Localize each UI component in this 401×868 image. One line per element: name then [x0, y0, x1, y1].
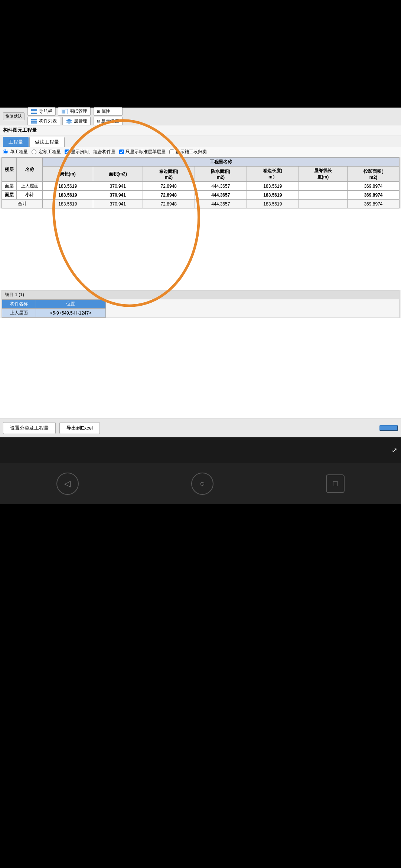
- bottom-toolbar: 设置分类及工程量 导出到Excel: [0, 418, 401, 437]
- toolbar-extra: ⊞ 属性 ⊡ 显示设置: [94, 107, 123, 125]
- col-header-projected: 投影面积(m2): [347, 167, 399, 182]
- detail-row[interactable]: 上人屋面 <5-9+549,5-H-1247>: [2, 309, 106, 318]
- component-list-icon: [31, 118, 38, 124]
- layer-mgmt-label: 层管理: [74, 118, 87, 124]
- drawing-mgmt-label: 图纸管理: [69, 108, 87, 115]
- svg-rect-6: [31, 119, 37, 120]
- col-header-title: 工程里名称: [43, 158, 400, 167]
- component-list-button[interactable]: 构件列表: [27, 117, 60, 125]
- detail-col-position: 位置: [36, 300, 105, 309]
- tab-quantity[interactable]: 工程量: [3, 137, 29, 147]
- cell-ridge-1: [299, 191, 347, 200]
- table-row-subtotal: 面层 小计 183.5619 370.941 72.8948 444.3657 …: [2, 191, 400, 200]
- col-header-perimeter: 周长(m): [43, 167, 93, 182]
- toolbar-left: 恢复默认: [3, 112, 25, 120]
- display-settings-label: 显示设置: [101, 118, 119, 124]
- restore-default-button[interactable]: 恢复默认: [3, 112, 25, 120]
- property-button[interactable]: ⊞ 属性: [94, 107, 123, 116]
- cell-roll-area-1: 72.8948: [143, 191, 195, 200]
- recents-icon: □: [333, 479, 338, 489]
- checkbox-show-room-label: 显示房间、组合构件量: [71, 149, 115, 155]
- cell-area-0: 370.941: [93, 182, 143, 191]
- toolbar-row-top: 导航栏 图纸管理: [27, 107, 91, 116]
- cell-ridge-0: [299, 182, 347, 191]
- cell-layer-0: 面层: [2, 182, 17, 191]
- nav-bar-label: 导航栏: [39, 108, 52, 115]
- blank-area: [0, 208, 401, 290]
- tab-method-quantity[interactable]: 做法工程量: [29, 137, 65, 147]
- main-content: 恢复默认 导航栏 图纸管理: [0, 108, 401, 463]
- property-icon: ⊞: [97, 109, 100, 114]
- toolbar-right: 导航栏 图纸管理 构件列表: [27, 107, 91, 125]
- cell-roll-length-1: 183.5619: [247, 191, 299, 200]
- quantity-table-container: 楼层 名称 工程里名称 周长(m) 面积(m2) 卷边面积(m2) 防水面积(m…: [1, 157, 400, 208]
- video-bar: ⤢: [0, 437, 401, 463]
- expand-icon[interactable]: ⤢: [392, 446, 397, 454]
- cell-area-1: 370.941: [93, 191, 143, 200]
- display-icon: ⊡: [97, 119, 100, 123]
- confirm-button[interactable]: [379, 425, 398, 431]
- table-row: 面层 上人屋面 183.5619 370.941 72.8948 444.365…: [2, 182, 400, 191]
- checkbox-show-stage: 显示施工段归类: [169, 149, 207, 155]
- display-settings-button[interactable]: ⊡ 显示设置: [94, 117, 123, 125]
- radio-quota-label: 定额工程量: [39, 149, 61, 155]
- checkbox-show-room: 显示房间、组合构件量: [65, 149, 115, 155]
- table-row-total: 合计 183.5619 370.941 72.8948 444.3657 183…: [2, 200, 400, 208]
- filter-row: 单工程量 定额工程量 显示房间、组合构件量 只显示标准层单层量 显示施工段归类: [0, 147, 401, 157]
- col-header-layer: 楼层: [2, 158, 17, 182]
- home-icon: ○: [200, 479, 205, 489]
- property-label: 属性: [101, 108, 110, 115]
- col-header-waterproof: 防水面积(m2): [195, 167, 247, 182]
- radio-single-input[interactable]: [3, 149, 8, 154]
- svg-rect-8: [31, 122, 37, 124]
- settings-category-button[interactable]: 设置分类及工程量: [3, 422, 56, 434]
- col-header-name: 名称: [17, 158, 43, 182]
- cell-roll-area-0: 72.8948: [143, 182, 195, 191]
- home-button[interactable]: ○: [191, 473, 213, 495]
- section-title: 构件图元工程量: [0, 125, 401, 135]
- cell-waterproof-1: 444.3657: [195, 191, 247, 200]
- tabs-bar: 工程量 做法工程量: [0, 135, 401, 147]
- bottom-nav: ◁ ○ □: [0, 463, 401, 504]
- drawing-mgmt-button[interactable]: 图纸管理: [58, 107, 91, 116]
- toolbar-row1: 恢复默认 导航栏 图纸管理: [0, 108, 401, 125]
- cell-name-0: 上人屋面: [17, 182, 43, 191]
- svg-rect-7: [31, 121, 37, 122]
- cell-layer-1: 面层: [2, 191, 17, 200]
- cell-area-2: 370.941: [93, 200, 143, 208]
- drawing-icon: [61, 109, 68, 115]
- svg-rect-5: [62, 110, 65, 114]
- col-header-ridge: 屋脊线长度(m): [299, 167, 347, 182]
- checkbox-show-stage-label: 显示施工段归类: [176, 149, 207, 155]
- quantity-table: 楼层 名称 工程里名称 周长(m) 面积(m2) 卷边面积(m2) 防水面积(m…: [1, 157, 400, 208]
- top-black-area: [0, 0, 401, 108]
- cell-perimeter-2: 183.5619: [43, 200, 93, 208]
- col-header-roll-length: 卷边长度(m）: [247, 167, 299, 182]
- component-list-label: 构件列表: [39, 118, 57, 124]
- radio-single-label: 单工程量: [10, 149, 28, 155]
- checkbox-show-stage-input[interactable]: [169, 149, 174, 154]
- layer-icon: [66, 118, 72, 124]
- checkbox-show-standard-input[interactable]: [119, 149, 124, 154]
- cell-roll-length-2: 183.5619: [247, 200, 299, 208]
- export-excel-button[interactable]: 导出到Excel: [59, 422, 100, 434]
- recents-button[interactable]: □: [326, 474, 345, 493]
- back-icon: ◁: [64, 479, 71, 489]
- nav-bar-button[interactable]: 导航栏: [27, 107, 56, 116]
- bottom-black-area: [0, 504, 401, 615]
- svg-rect-1: [31, 109, 37, 111]
- col-header-area: 面积(m2): [93, 167, 143, 182]
- layer-mgmt-button[interactable]: 层管理: [62, 117, 91, 125]
- back-button[interactable]: ◁: [56, 473, 79, 495]
- col-header-roll-area: 卷边面积(m2): [143, 167, 195, 182]
- bottom-white-space: [0, 318, 401, 418]
- cell-roll-area-2: 72.8948: [143, 200, 195, 208]
- checkbox-show-room-input[interactable]: [65, 149, 69, 154]
- cell-projected-2: 369.8974: [347, 200, 399, 208]
- cell-perimeter-0: 183.5619: [43, 182, 93, 191]
- detail-title: 细目 1 (1): [2, 290, 399, 299]
- cell-total-label: 合计: [2, 200, 43, 208]
- detail-panel: 细目 1 (1) 构件名称 位置 上人屋面 <5-9+549,5-H-1247>: [1, 290, 400, 318]
- radio-quota-input[interactable]: [32, 149, 36, 154]
- cell-projected-0: 369.8974: [347, 182, 399, 191]
